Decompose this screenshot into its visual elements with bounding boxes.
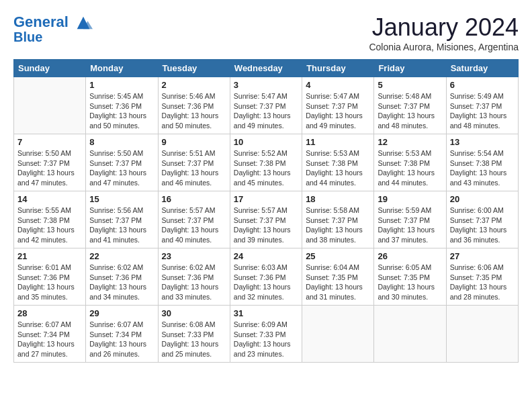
day-number: 2 [162, 80, 226, 90]
table-row: 7Sunrise: 5:50 AMSunset: 7:37 PMDaylight… [14, 134, 86, 191]
day-info: Sunrise: 6:09 AMSunset: 7:33 PMDaylight:… [234, 320, 298, 359]
table-row: 17Sunrise: 5:57 AMSunset: 7:37 PMDayligh… [230, 191, 302, 248]
header-monday: Monday [86, 60, 158, 77]
calendar-table: Sunday Monday Tuesday Wednesday Thursday… [13, 59, 519, 363]
header-wednesday: Wednesday [230, 60, 302, 77]
day-number: 14 [17, 194, 82, 204]
table-row: 14Sunrise: 5:55 AMSunset: 7:38 PMDayligh… [14, 191, 86, 248]
table-row: 13Sunrise: 5:54 AMSunset: 7:38 PMDayligh… [446, 134, 518, 191]
day-info: Sunrise: 6:03 AMSunset: 7:36 PMDaylight:… [234, 263, 298, 302]
day-number: 10 [234, 137, 298, 147]
day-info: Sunrise: 5:46 AMSunset: 7:36 PMDaylight:… [162, 91, 226, 131]
table-row: 26Sunrise: 6:05 AMSunset: 7:35 PMDayligh… [374, 248, 446, 306]
table-row: 1Sunrise: 5:45 AMSunset: 7:36 PMDaylight… [86, 77, 158, 134]
day-info: Sunrise: 5:54 AMSunset: 7:38 PMDaylight:… [450, 148, 515, 188]
calendar-week-row: 1Sunrise: 5:45 AMSunset: 7:36 PMDaylight… [14, 77, 519, 134]
table-row: 6Sunrise: 5:49 AMSunset: 7:37 PMDaylight… [446, 77, 518, 134]
day-number: 9 [162, 137, 226, 147]
day-number: 13 [450, 137, 515, 147]
day-number: 24 [234, 251, 298, 261]
day-number: 7 [17, 137, 82, 147]
table-row: 27Sunrise: 6:06 AMSunset: 7:35 PMDayligh… [446, 248, 518, 306]
day-number: 29 [89, 308, 154, 318]
location: Colonia Aurora, Misiones, Argentina [369, 42, 519, 52]
day-number: 11 [306, 137, 370, 147]
day-info: Sunrise: 5:50 AMSunset: 7:37 PMDaylight:… [89, 148, 154, 188]
day-info: Sunrise: 6:07 AMSunset: 7:34 PMDaylight:… [17, 320, 82, 359]
day-number: 20 [450, 194, 515, 204]
day-number: 5 [378, 80, 442, 90]
table-row: 8Sunrise: 5:50 AMSunset: 7:37 PMDaylight… [86, 134, 158, 191]
day-info: Sunrise: 5:58 AMSunset: 7:37 PMDaylight:… [306, 205, 370, 245]
logo: General Blue [13, 13, 93, 44]
day-info: Sunrise: 5:53 AMSunset: 7:38 PMDaylight:… [378, 148, 442, 188]
calendar-week-row: 28Sunrise: 6:07 AMSunset: 7:34 PMDayligh… [14, 306, 519, 363]
day-info: Sunrise: 5:45 AMSunset: 7:36 PMDaylight:… [89, 91, 154, 131]
table-row: 22Sunrise: 6:02 AMSunset: 7:36 PMDayligh… [86, 248, 158, 306]
day-info: Sunrise: 5:55 AMSunset: 7:38 PMDaylight:… [17, 205, 82, 245]
day-info: Sunrise: 5:53 AMSunset: 7:38 PMDaylight:… [306, 148, 370, 188]
table-row: 12Sunrise: 5:53 AMSunset: 7:38 PMDayligh… [374, 134, 446, 191]
table-row [302, 306, 374, 363]
table-row: 2Sunrise: 5:46 AMSunset: 7:36 PMDaylight… [158, 77, 230, 134]
day-number: 15 [89, 194, 154, 204]
table-row: 18Sunrise: 5:58 AMSunset: 7:37 PMDayligh… [302, 191, 374, 248]
table-row: 5Sunrise: 5:48 AMSunset: 7:37 PMDaylight… [374, 77, 446, 134]
day-info: Sunrise: 6:06 AMSunset: 7:35 PMDaylight:… [450, 263, 515, 302]
day-number: 23 [162, 251, 226, 261]
day-number: 19 [378, 194, 442, 204]
table-row: 31Sunrise: 6:09 AMSunset: 7:33 PMDayligh… [230, 306, 302, 363]
day-number: 3 [234, 80, 298, 90]
day-info: Sunrise: 5:59 AMSunset: 7:37 PMDaylight:… [378, 205, 442, 245]
table-row: 25Sunrise: 6:04 AMSunset: 7:35 PMDayligh… [302, 248, 374, 306]
day-info: Sunrise: 5:48 AMSunset: 7:37 PMDaylight:… [378, 91, 442, 131]
logo-icon [74, 13, 93, 32]
day-number: 30 [162, 308, 226, 318]
table-row: 15Sunrise: 5:56 AMSunset: 7:37 PMDayligh… [86, 191, 158, 248]
day-number: 26 [378, 251, 442, 261]
day-info: Sunrise: 5:49 AMSunset: 7:37 PMDaylight:… [450, 91, 515, 131]
header-tuesday: Tuesday [158, 60, 230, 77]
day-number: 31 [234, 308, 298, 318]
day-info: Sunrise: 6:08 AMSunset: 7:33 PMDaylight:… [162, 320, 226, 359]
calendar-week-row: 14Sunrise: 5:55 AMSunset: 7:38 PMDayligh… [14, 191, 519, 248]
day-info: Sunrise: 6:07 AMSunset: 7:34 PMDaylight:… [89, 320, 154, 359]
month-title: January 2024 [369, 13, 519, 42]
day-info: Sunrise: 5:57 AMSunset: 7:37 PMDaylight:… [234, 205, 298, 245]
table-row: 10Sunrise: 5:52 AMSunset: 7:38 PMDayligh… [230, 134, 302, 191]
day-info: Sunrise: 5:57 AMSunset: 7:37 PMDaylight:… [162, 205, 226, 245]
calendar-week-row: 7Sunrise: 5:50 AMSunset: 7:37 PMDaylight… [14, 134, 519, 191]
table-row: 19Sunrise: 5:59 AMSunset: 7:37 PMDayligh… [374, 191, 446, 248]
day-number: 18 [306, 194, 370, 204]
day-number: 12 [378, 137, 442, 147]
table-row: 23Sunrise: 6:02 AMSunset: 7:36 PMDayligh… [158, 248, 230, 306]
day-info: Sunrise: 5:56 AMSunset: 7:37 PMDaylight:… [89, 205, 154, 245]
table-row [446, 306, 518, 363]
day-info: Sunrise: 6:01 AMSunset: 7:36 PMDaylight:… [17, 263, 82, 302]
table-row: 11Sunrise: 5:53 AMSunset: 7:38 PMDayligh… [302, 134, 374, 191]
day-number: 16 [162, 194, 226, 204]
table-row: 16Sunrise: 5:57 AMSunset: 7:37 PMDayligh… [158, 191, 230, 248]
table-row: 21Sunrise: 6:01 AMSunset: 7:36 PMDayligh… [14, 248, 86, 306]
day-number: 22 [89, 251, 154, 261]
table-row [374, 306, 446, 363]
table-row: 4Sunrise: 5:47 AMSunset: 7:37 PMDaylight… [302, 77, 374, 134]
day-number: 25 [306, 251, 370, 261]
title-block: January 2024 Colonia Aurora, Misiones, A… [369, 13, 519, 52]
day-info: Sunrise: 6:02 AMSunset: 7:36 PMDaylight:… [89, 263, 154, 302]
day-info: Sunrise: 6:04 AMSunset: 7:35 PMDaylight:… [306, 263, 370, 302]
day-info: Sunrise: 5:50 AMSunset: 7:37 PMDaylight:… [17, 148, 82, 188]
table-row: 3Sunrise: 5:47 AMSunset: 7:37 PMDaylight… [230, 77, 302, 134]
calendar-header-row: Sunday Monday Tuesday Wednesday Thursday… [14, 60, 519, 77]
table-row: 9Sunrise: 5:51 AMSunset: 7:37 PMDaylight… [158, 134, 230, 191]
day-info: Sunrise: 6:02 AMSunset: 7:36 PMDaylight:… [162, 263, 226, 302]
header-friday: Friday [374, 60, 446, 77]
table-row: 20Sunrise: 6:00 AMSunset: 7:37 PMDayligh… [446, 191, 518, 248]
table-row: 28Sunrise: 6:07 AMSunset: 7:34 PMDayligh… [14, 306, 86, 363]
day-info: Sunrise: 6:00 AMSunset: 7:37 PMDaylight:… [450, 205, 515, 245]
day-info: Sunrise: 5:47 AMSunset: 7:37 PMDaylight:… [234, 91, 298, 131]
table-row: 30Sunrise: 6:08 AMSunset: 7:33 PMDayligh… [158, 306, 230, 363]
day-info: Sunrise: 5:47 AMSunset: 7:37 PMDaylight:… [306, 91, 370, 131]
day-info: Sunrise: 5:51 AMSunset: 7:37 PMDaylight:… [162, 148, 226, 188]
header-saturday: Saturday [446, 60, 518, 77]
